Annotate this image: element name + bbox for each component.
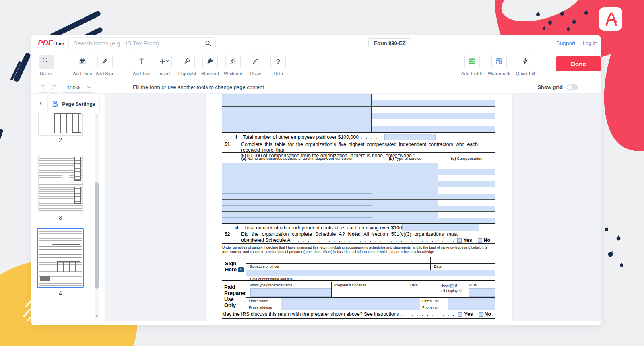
insert-button[interactable]: Insert — [151, 55, 177, 76]
calendar-icon — [79, 58, 86, 66]
zoom-level-select[interactable]: 100% — [63, 82, 95, 93]
decor-navy-stroke — [0, 129, 4, 147]
lightning-icon — [522, 58, 529, 66]
form-field[interactable] — [327, 94, 371, 106]
decor-dot — [567, 28, 570, 31]
show-grid-toggle[interactable] — [567, 84, 578, 90]
form-field[interactable] — [460, 94, 495, 106]
watermark-button[interactable]: Watermark — [486, 55, 512, 76]
quick-fill-button[interactable]: Quick Fill — [512, 55, 538, 76]
undo-button[interactable] — [38, 82, 48, 93]
form-field[interactable] — [372, 175, 438, 187]
highlight-button[interactable]: Highlight — [174, 55, 200, 76]
whiteout-button[interactable]: Whiteout — [220, 55, 246, 76]
line-50f: f Total number of other employees paid o… — [222, 134, 495, 140]
form-field[interactable] — [438, 200, 495, 211]
yes-checkbox-52[interactable] — [457, 238, 462, 243]
form-field[interactable] — [222, 187, 372, 199]
no-label: No — [485, 311, 491, 317]
add-sign-button[interactable]: Add Sign — [92, 55, 118, 76]
draw-button[interactable]: Draw — [243, 55, 268, 76]
form-field[interactable] — [416, 119, 460, 132]
form-field[interactable] — [222, 163, 372, 175]
form-field[interactable] — [327, 107, 371, 119]
form-field[interactable] — [327, 119, 371, 132]
no-checkbox-irs[interactable] — [479, 312, 483, 317]
sidebar-scrollbar-thumb[interactable] — [95, 182, 99, 289]
form-field[interactable] — [371, 119, 416, 132]
support-link[interactable]: Support — [556, 40, 575, 46]
signature-field-icon[interactable]: ✎ — [238, 267, 244, 272]
form-field[interactable] — [371, 94, 416, 106]
add-date-button[interactable]: Add Date — [70, 55, 95, 76]
page-thumbnail-3[interactable] — [38, 155, 83, 212]
add-text-button[interactable]: Add Text — [129, 55, 155, 76]
form-field[interactable] — [222, 200, 372, 211]
form-field[interactable] — [416, 107, 460, 119]
search-input[interactable] — [73, 40, 204, 47]
preparer-date-label: Date — [410, 283, 418, 287]
form-field[interactable] — [438, 163, 495, 175]
form-field[interactable] — [372, 212, 438, 223]
tool-label: Add Text — [133, 71, 151, 76]
search-icon[interactable] — [204, 40, 211, 47]
footer-form-number: 990-EZ — [465, 321, 483, 321]
highlighter-brush-icon — [184, 58, 191, 66]
paintbrush-icon — [252, 58, 259, 66]
form-field[interactable] — [372, 187, 438, 199]
watermark-doc-icon — [495, 58, 503, 66]
pdfliner-logo[interactable]: PDF Liner — [38, 39, 64, 47]
form-field[interactable] — [438, 175, 495, 187]
pages-sidebar: ‹ Page Settings 2 3 — [31, 94, 105, 321]
no-checkbox-52[interactable] — [478, 238, 482, 243]
login-link[interactable]: Log in — [582, 40, 597, 46]
add-fields-button[interactable]: Add Fields — [459, 55, 485, 76]
firms-address-field[interactable] — [281, 304, 420, 310]
page-thumbnail-2[interactable] — [38, 113, 83, 136]
perjury-statement: Under penalties of perjury, I declare th… — [222, 245, 495, 254]
signature-field[interactable] — [246, 270, 495, 276]
select-tool-button[interactable]: Select — [33, 55, 59, 76]
app-header: PDF Liner Form 990-EZ Support Log in — [31, 35, 601, 51]
ptin-field[interactable] — [469, 288, 495, 297]
collapse-sidebar-chevron-icon[interactable]: ‹ — [36, 99, 45, 107]
form-field[interactable] — [438, 187, 495, 199]
zoom-value: 100% — [67, 84, 80, 91]
form-field[interactable] — [222, 94, 327, 106]
page-number-label: 3 — [38, 214, 83, 221]
form-field[interactable] — [438, 212, 495, 223]
check-if-label: Check if — [440, 284, 457, 288]
scroll-down-arrow-icon[interactable]: ▼ — [95, 314, 99, 318]
done-button[interactable]: Done — [556, 56, 601, 71]
page-settings-tab[interactable]: Page Settings — [47, 95, 100, 113]
form-field[interactable] — [222, 212, 372, 223]
line-52-row2: completed Schedule A . . . . . . . . . .… — [241, 237, 495, 243]
redo-button[interactable] — [49, 82, 59, 93]
form-field[interactable] — [372, 200, 438, 211]
col-b-prefix: (b) — [389, 156, 394, 161]
form-field[interactable] — [416, 94, 460, 106]
self-employed-checkbox[interactable] — [450, 284, 454, 288]
blackout-button[interactable]: Blackout — [197, 55, 223, 76]
search-bar[interactable] — [68, 37, 216, 49]
form-field[interactable] — [460, 119, 495, 132]
yes-checkbox-irs[interactable] — [458, 312, 462, 317]
form-field-50f[interactable] — [384, 134, 436, 140]
phone-field[interactable] — [448, 304, 495, 310]
page-settings-icon — [52, 101, 59, 108]
form-field[interactable] — [371, 107, 416, 119]
firms-ein-field[interactable] — [448, 298, 495, 304]
scroll-up-arrow-icon[interactable]: ▲ — [95, 115, 99, 119]
form-field-51d[interactable] — [402, 224, 479, 231]
page-thumbnail-4-selected[interactable] — [37, 228, 84, 288]
show-grid-label: Show grid — [537, 80, 563, 94]
preparer-name-field[interactable] — [250, 288, 331, 297]
form-field[interactable] — [372, 163, 438, 175]
form-field[interactable] — [460, 107, 495, 119]
line-text: Total number of other employees paid ove… — [243, 134, 359, 140]
form-field[interactable] — [222, 175, 372, 187]
firms-name-field[interactable] — [281, 298, 420, 304]
form-field[interactable] — [222, 107, 327, 119]
help-button[interactable]: ? Help — [265, 55, 291, 76]
form-field[interactable] — [222, 119, 327, 132]
